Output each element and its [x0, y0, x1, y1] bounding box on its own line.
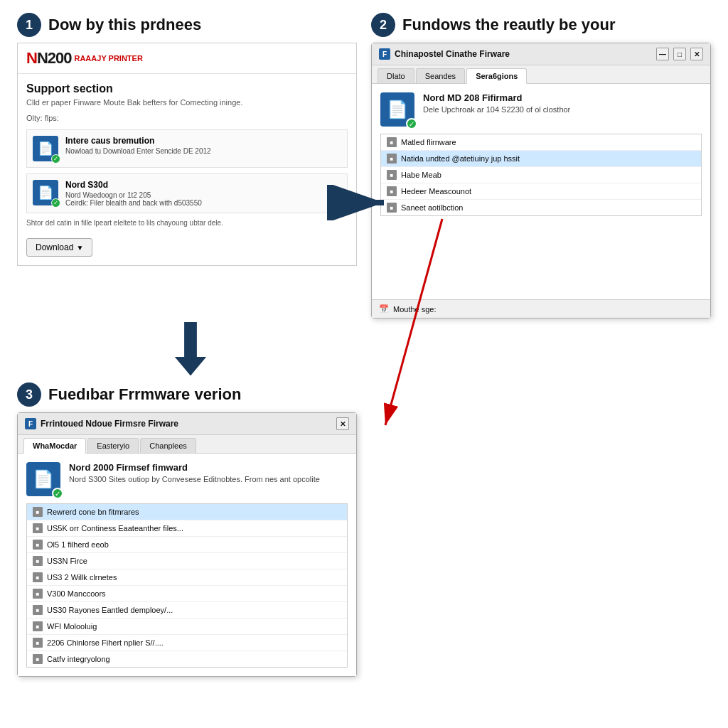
dialog3-list-icon-7: ■	[33, 621, 43, 631]
tab3-chanplees[interactable]: Chanplees	[140, 438, 196, 453]
dialog3-list-label-5: V300 Manccoors	[47, 589, 106, 598]
dialog3-list-item-3[interactable]: ■ US3N Firce	[27, 553, 347, 569]
dialog3-list-item-1[interactable]: ■ US5K orr Continess Eaateanther files..…	[27, 520, 347, 537]
minimize-button[interactable]: —	[656, 48, 669, 60]
dialog-2-main-icon: 📄 ✓	[380, 92, 414, 127]
step-1-circle: 1	[17, 13, 41, 37]
firmware-item-2-desc1: Nord Waedoogn or 1t2 205	[65, 191, 202, 199]
firmware-item-1-check: ✓	[51, 154, 60, 164]
dialog-2-footer-text: Mouthe sge:	[393, 305, 437, 314]
dialog3-list-label-1: US5K orr Continess Eaateanther files...	[47, 524, 183, 532]
step-1-number: 1	[26, 18, 33, 33]
firmware-item-1-icon: 📄 ✓	[33, 136, 58, 161]
list-item-2[interactable]: ■ Habe Meab	[381, 167, 701, 183]
firmware-item-1-title: Intere caus bremution	[65, 136, 211, 146]
dialog-3-title-icon: F	[25, 418, 36, 429]
step-1-label: 1 Dow by this prdnees	[17, 13, 357, 37]
dialog-3-titlebar-left: F Frrintoued Ndoue Firmsre Firware	[25, 418, 178, 429]
dialog3-close-button[interactable]: ✕	[336, 417, 349, 430]
firmware-item-2-title: Nord S30d	[65, 180, 202, 190]
dialog-2-check-icon: ✓	[406, 118, 417, 129]
step-3-circle: 3	[17, 382, 41, 407]
dialog-3-header-row: 📄 ✓ Nord 2000 Firmsef fimward Nord S300 …	[26, 462, 348, 496]
dialog-3-tabs: WhaMocdar Easteryio Chanplees	[18, 435, 356, 454]
list-item-3-icon: ■	[387, 186, 397, 196]
dialog-2-controls: — □ ✕	[656, 48, 703, 60]
step-3-number: 3	[26, 387, 33, 402]
step-2-number: 2	[380, 18, 387, 33]
maximize-button[interactable]: □	[673, 48, 686, 60]
dialog3-list-item-6[interactable]: ■ US30 Rayones Eantled demploey/...	[27, 602, 347, 619]
list-item-3[interactable]: ■ Hedeer Meascounot	[381, 183, 701, 200]
dialog3-list-icon-1: ■	[33, 523, 43, 533]
dialog3-list-item-7[interactable]: ■ WFI Molooluig	[27, 619, 347, 635]
close-button[interactable]: ✕	[690, 48, 703, 60]
firmware-item-2-desc2: Ceirdk: Filer blealth and back with d503…	[65, 199, 202, 207]
tab3-chanplees-label: Chanplees	[149, 441, 187, 450]
dialog3-list-label-4: US3 2 Willk clrnetes	[47, 573, 117, 582]
list-item-1[interactable]: ■ Natida undted @atetiuiny jup hssit	[381, 151, 701, 167]
list-item-1-label: Natida undted @atetiuiny jup hssit	[401, 154, 520, 163]
tab-dlato[interactable]: Dlato	[378, 68, 414, 83]
tab-seandes[interactable]: Seandes	[416, 68, 465, 83]
arrow-right-placeholder	[364, 318, 711, 382]
tab3-whamocdar-label: WhaMocdar	[33, 441, 77, 450]
download-button[interactable]: Download ▼	[26, 238, 92, 257]
step-3-label: 3 Fuedıbar Frrmware verion	[17, 382, 357, 407]
dialog-2-body: 📄 ✓ Nord MD 208 Fifirmard Dele Upchroak …	[372, 84, 710, 299]
dialog-2: F Chinapostel Cinathe Firware — □ ✕ Dlat…	[371, 43, 711, 318]
dialog3-list-item-0[interactable]: ■ Rewrerd cone bn fitmrares	[27, 504, 347, 520]
firmware-item-2-info: Nord S30d Nord Waedoogn or 1t2 205 Ceird…	[65, 180, 202, 207]
list-item-0[interactable]: ■ Matled flirnware	[381, 134, 701, 151]
list-item-3-label: Hedeer Meascounot	[401, 187, 471, 196]
dialog-3-body: 📄 ✓ Nord 2000 Firmsef fimward Nord S300 …	[18, 454, 356, 676]
dialog3-list-label-2: Ol5 1 filherd eeob	[47, 540, 109, 549]
firmware-item-2: 📄 ✓ Nord S30d Nord Waedoogn or 1t2 205 C…	[26, 173, 348, 213]
dialog3-list-item-2[interactable]: ■ Ol5 1 filherd eeob	[27, 537, 347, 553]
dialog3-list-item-8[interactable]: ■ 2206 Chinlorse Fihert nplier S//....	[27, 635, 347, 651]
download-btn-label: Download	[36, 242, 73, 252]
dialog-2-info: Nord MD 208 Fifirmard Dele Upchroak ar 1…	[423, 92, 570, 114]
step-1-title: Dow by this prdnees	[48, 16, 201, 34]
arrow-down-area	[17, 318, 364, 382]
dialog-3-header-title: Nord 2000 Firmsef fimward	[69, 462, 320, 473]
nord-logo-text: NN200	[26, 49, 71, 68]
tab3-easteryio[interactable]: Easteryio	[87, 438, 139, 453]
dialog-3: F Frrintoued Ndoue Firmsre Firware ✕ Wha…	[17, 412, 357, 677]
dialog-2-list: ■ Matled flirnware ■ Natida undted @atet…	[380, 134, 702, 216]
nord-logo: NN200 RAAAJY PRINTER	[26, 49, 143, 68]
tab-dlato-label: Dlato	[387, 72, 405, 80]
dialog3-list-label-9: Catfv integryolong	[47, 655, 110, 663]
dialog3-list-item-4[interactable]: ■ US3 2 Willk clrnetes	[27, 569, 347, 586]
dialog3-list-item-5[interactable]: ■ V300 Manccoors	[27, 586, 347, 602]
step-1-block: 1 Dow by this prdnees NN200 RAAAJY PRINT…	[17, 13, 357, 318]
list-item-4-icon: ■	[387, 203, 397, 213]
download-btn-arrow-icon: ▼	[76, 244, 83, 252]
dialog-2-header-title: Nord MD 208 Fifirmard	[423, 92, 570, 103]
dialog3-list-item-9[interactable]: ■ Catfv integryolong	[27, 651, 347, 667]
nord-panel-subtitle: Clld er paper Finware Moute Bak befters …	[26, 98, 348, 107]
dialog-3-check-icon: ✓	[52, 488, 63, 499]
nord-note: Shtor del catin in fille lpeart eleltete…	[26, 219, 348, 227]
dialog-3-header-desc: Nord S300 Sites outiop by Convesese Edit…	[69, 475, 320, 483]
nord-body: Support section Clld er paper Finware Mo…	[18, 74, 356, 265]
step-2-title: Fundows the reautly be your	[402, 16, 615, 34]
dialog-2-titlebar: F Chinapostel Cinathe Firware — □ ✕	[372, 43, 710, 65]
dialog3-list-icon-4: ■	[33, 572, 43, 582]
tab3-whamocdar[interactable]: WhaMocdar	[23, 438, 86, 454]
nord-logo-subtitle: RAAAJY PRINTER	[74, 54, 142, 63]
tab-seandes-label: Seandes	[425, 72, 456, 80]
tab-sera6gions-label: Sera6gions	[476, 72, 518, 80]
dialog-2-footer: 📅 Mouthe sge:	[372, 299, 710, 318]
dialog3-list-label-0: Rewrerd cone bn fitmrares	[47, 508, 139, 516]
step-3-title: Fuedıbar Frrmware verion	[48, 385, 241, 404]
dialog3-list-label-8: 2206 Chinlorse Fihert nplier S//....	[47, 638, 164, 647]
dialog-2-header-row: 📄 ✓ Nord MD 208 Fifirmard Dele Upchroak …	[380, 92, 702, 127]
tab-sera6gions[interactable]: Sera6gions	[466, 68, 527, 84]
firmware-item-2-check: ✓	[51, 198, 60, 208]
nord-panel: NN200 RAAAJY PRINTER Support section Cll…	[17, 43, 357, 266]
tab3-easteryio-label: Easteryio	[97, 441, 129, 450]
list-item-4[interactable]: ■ Saneet aotilbction	[381, 200, 701, 215]
nord-panel-title: Support section	[26, 82, 348, 95]
dialog3-list-icon-8: ■	[33, 638, 43, 648]
